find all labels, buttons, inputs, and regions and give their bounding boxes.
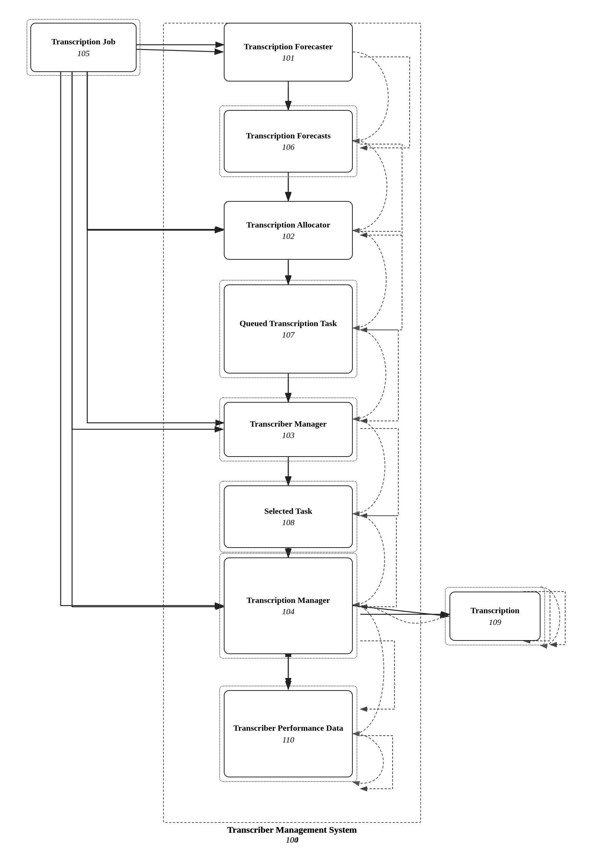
node-transcription-manager: Transcription Manager 104 [224,557,353,654]
node-selected-task: Selected Task 108 [224,485,353,548]
system-boundary-label: Transcriber Management System 104 [163,825,421,845]
node-transcription-forecaster: Transcription Forecaster 101 [224,23,353,82]
node-transcription-allocator: Transcription Allocator 102 [224,201,353,260]
node-transcription-job: Transcription Job 105 [30,23,137,72]
node-transcription-forecasts: Transcription Forecasts 106 [224,110,353,173]
node-transcriber-performance-data: Transcriber Performance Data 110 [224,690,353,777]
diagram-container: Transcriber Management System 104 Transc… [0,0,605,868]
node-transcription: Transcription 109 [449,592,541,641]
node-transcriber-manager: Transcriber Manager 103 [224,402,353,457]
node-queued-transcription-task: Queued Transcription Task 107 [224,284,353,374]
